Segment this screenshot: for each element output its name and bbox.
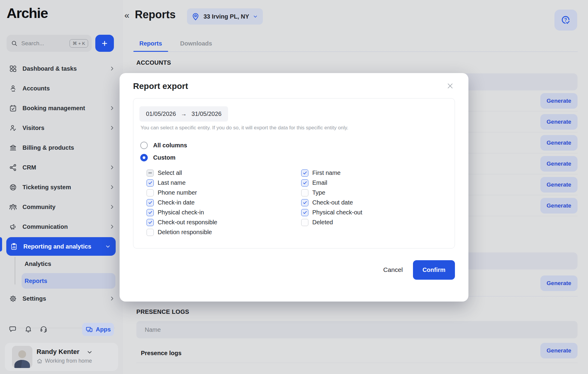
checkbox-box (301, 179, 308, 187)
checkbox-select-all[interactable]: Select all (147, 168, 217, 178)
checkbox-label: Type (312, 189, 325, 196)
search-shortcut-badge: ⌘ + K (70, 39, 88, 48)
checkbox-check-out-responsible[interactable]: Check-out responsible (147, 217, 217, 227)
megaphone-icon (9, 223, 17, 231)
location-label: 33 Irving PL, NY (203, 13, 249, 20)
calendar-check-icon (9, 104, 17, 112)
bell-icon[interactable] (24, 325, 32, 333)
tree-line (15, 257, 15, 284)
location-selector[interactable]: 33 Irving PL, NY (187, 8, 263, 25)
confirm-button[interactable]: Confirm (413, 260, 455, 280)
date-to[interactable]: 31/05/2026 (192, 110, 221, 117)
checkbox-label: Email (312, 179, 327, 186)
generate-button[interactable]: Generate (540, 198, 578, 214)
devices-icon (85, 325, 93, 333)
checkbox-box (147, 169, 154, 177)
generate-button[interactable]: Generate (540, 343, 578, 358)
sidebar-nav: Dashboard & tasksAccountsBooking managem… (0, 59, 123, 308)
sidebar-item-label: CRM (22, 164, 109, 171)
sidebar-item-dashboard-tasks[interactable]: Dashboard & tasks (0, 59, 123, 78)
generate-button[interactable]: Generate (540, 135, 578, 151)
generate-button[interactable]: Generate (540, 177, 578, 193)
apps-button[interactable]: Apps (82, 323, 114, 336)
sidebar-item-booking-management[interactable]: Booking management (0, 98, 123, 118)
sidebar-item-settings[interactable]: Settings (0, 289, 123, 308)
radio-label: All columns (153, 142, 187, 149)
headset-icon[interactable] (40, 325, 48, 333)
sidebar-item-billing-products[interactable]: Billing & products (0, 138, 123, 158)
checkbox-check-in-date[interactable]: Check-in date (147, 198, 217, 208)
checkbox-check-out-date[interactable]: Check-out date (301, 198, 362, 208)
share-icon (9, 163, 17, 172)
close-icon[interactable] (446, 82, 454, 90)
checkbox-box (147, 219, 154, 226)
checkbox-physical-check-out[interactable]: Physical check-out (301, 208, 362, 217)
modal-title: Report export (133, 81, 188, 91)
chevron-right-icon (109, 224, 115, 230)
checkbox-label: Physical check-out (312, 209, 362, 216)
arrow-right-icon: → (181, 110, 187, 117)
sidebar-item-label: Reporting and analytics (23, 243, 105, 250)
modal-actions: Cancel Confirm (383, 260, 455, 280)
checkbox-label: Phone number (158, 189, 197, 196)
checkbox-email[interactable]: Email (301, 178, 362, 188)
sidebar-item-accounts[interactable]: Accounts (0, 78, 123, 98)
sidebar-footer-icons (9, 325, 48, 333)
checkbox-label: Physical check-in (158, 209, 204, 216)
tab-reports[interactable]: Reports (136, 38, 165, 51)
cancel-button[interactable]: Cancel (383, 266, 403, 273)
sidebar-item-label: Booking management (22, 105, 109, 112)
sidebar-subitem-reports[interactable]: Reports (22, 273, 115, 289)
person-check-icon (9, 124, 17, 132)
avatar (12, 346, 32, 368)
grid-icon (9, 65, 17, 73)
checkbox-box (147, 189, 154, 196)
generate-button[interactable]: Generate (540, 114, 578, 130)
checkbox-first-name[interactable]: First name (301, 168, 362, 178)
export-options-box: 01/05/2026 → 31/05/2026 You can select a… (133, 98, 455, 249)
chat-icon[interactable] (9, 325, 17, 333)
checkbox-physical-check-in[interactable]: Physical check-in (147, 208, 217, 217)
radio-button (140, 142, 148, 149)
date-range-picker[interactable]: 01/05/2026 → 31/05/2026 (139, 106, 228, 122)
sidebar-item-crm[interactable]: CRM (0, 158, 123, 177)
sidebar-subitem-analytics[interactable]: Analytics (0, 256, 123, 271)
checkbox-last-name[interactable]: Last name (147, 178, 217, 188)
presence-name-input[interactable] (136, 321, 578, 338)
generate-button[interactable]: Generate (540, 275, 578, 291)
user-menu[interactable]: Randy Kenter Working from home (5, 343, 118, 371)
radio-custom[interactable]: Custom (140, 154, 175, 161)
sidebar-item-community[interactable]: Community (0, 197, 123, 217)
sidebar-item-reporting-and-analytics[interactable]: Reporting and analytics (6, 237, 116, 256)
tab-downloads[interactable]: Downloads (177, 38, 215, 51)
add-button[interactable] (95, 35, 114, 52)
checkbox-label: Check-out date (312, 199, 353, 206)
checkbox-box (147, 229, 154, 236)
generate-button[interactable]: Generate (540, 93, 578, 109)
search-input[interactable]: Search... ⌘ + K (7, 35, 92, 52)
presence-logs-heading: PRESENCE LOGS (136, 308, 189, 315)
help-button[interactable]: ? (554, 10, 577, 31)
sidebar-item-communication[interactable]: Communication (0, 217, 123, 237)
checkbox-deletion-responsible[interactable]: Deletion responsible (147, 227, 217, 237)
checkbox-box (301, 209, 308, 216)
checkbox-deleted[interactable]: Deleted (301, 217, 362, 227)
chevron-right-icon (109, 164, 115, 170)
checkbox-label: First name (312, 169, 340, 176)
house-icon (37, 358, 43, 364)
date-from[interactable]: 01/05/2026 (146, 110, 176, 117)
sidebar-item-ticketing-system[interactable]: Ticketing system (0, 177, 123, 197)
active-page-edge-indicator (0, 237, 2, 252)
help-circle-check-icon: ? (561, 15, 571, 25)
accounts-section-heading: ACCOUNTS (136, 59, 171, 66)
checkbox-type[interactable]: Type (301, 188, 362, 198)
checkbox-column-left: Select allLast namePhone numberCheck-in … (147, 168, 217, 237)
chevron-right-icon (109, 125, 115, 131)
sidebar-item-visitors[interactable]: Visitors (0, 118, 123, 138)
chevron-down-icon[interactable] (86, 349, 93, 355)
checkbox-phone-number[interactable]: Phone number (147, 188, 217, 198)
collapse-sidebar-button[interactable]: « (124, 10, 129, 20)
checkbox-box (301, 219, 308, 226)
radio-all-columns[interactable]: All columns (140, 142, 187, 149)
generate-button[interactable]: Generate (540, 156, 578, 172)
